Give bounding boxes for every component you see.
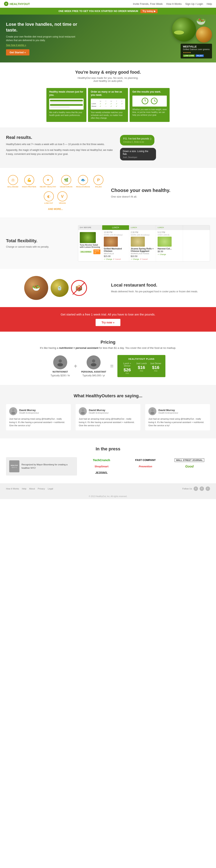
promo-text: ONE WEEK FREE TO GET YOU KICK STARTED! N…: [58, 10, 138, 12]
footer-link-help[interactable]: Help: [22, 488, 26, 490]
rate-it-button[interactable]: RATE IT: [93, 249, 100, 254]
logo[interactable]: H HEALTHYOUT: [4, 2, 30, 6]
testimonial-1-header: David Murray Health Entrepreneur: [9, 407, 68, 415]
try-now-button[interactable]: Try now »: [96, 319, 120, 326]
hero-get-started-button[interactable]: Get Started »: [6, 49, 29, 56]
testimonial-3-header: David Murray Health Entrepreneur: [148, 407, 207, 415]
svg-line-4: [154, 99, 155, 101]
flex-headline: Total flexibility.: [6, 238, 72, 243]
testimonial-card-1: David Murray Health Entrepreneur Just ha…: [6, 404, 71, 430]
testimonial-1-avatar: [9, 407, 17, 415]
plan-3-per: /mo: [150, 370, 162, 372]
testimonial-1-name: David Murray: [19, 409, 39, 412]
nav-link-signup[interactable]: Sign Up / Login: [185, 2, 203, 5]
testimonial-1-role: Health Entrepreneur: [19, 412, 39, 414]
hero-see-link[interactable]: See how it works »: [6, 44, 78, 46]
balanced-icon: ⚖: [8, 175, 18, 185]
footer-link-privacy[interactable]: Privacy: [38, 488, 45, 490]
svg-line-5: [154, 101, 156, 101]
lr-headline: Local restaurant food.: [111, 283, 210, 288]
choose-icon-balanced: ⚖ BALANCED: [8, 175, 19, 188]
testimonial-3-info: David Murray Health Entrepreneur: [158, 409, 178, 414]
pricing-subtitle: It's like having a nutritionist + person…: [6, 346, 210, 349]
testimonial-grid: David Murray Health Entrepreneur Just ha…: [6, 404, 210, 430]
check: ✓: [103, 102, 108, 105]
change-button[interactable]: ✓ Change: [131, 258, 139, 260]
nav-link-help[interactable]: Help: [207, 2, 212, 5]
paleo-label: PALEO: [95, 186, 102, 188]
footer-link-how[interactable]: How It Works: [6, 488, 19, 490]
person-icon-2: [89, 359, 98, 366]
col1-price: $15.00: [104, 255, 127, 257]
food-garnish: [174, 31, 184, 34]
testimonial-3-avatar: [148, 407, 156, 415]
follow-label: Follow Us: [182, 488, 192, 490]
nutritionist-amount: Typically $200 / hr: [51, 374, 70, 377]
intro-headline: You're busy & enjoy good food.: [4, 70, 212, 75]
vegan-icon: V: [57, 191, 68, 202]
nav-link-how[interactable]: How It Works: [166, 2, 182, 5]
heart-label: HEART HEALTHY: [40, 186, 56, 188]
col1-meal-name: Grilled Marinated Chicken: [104, 247, 127, 252]
col3-price: $9.99: [158, 250, 181, 253]
svg-point-11: [11, 412, 15, 414]
heart-icon: ♥: [43, 175, 53, 185]
feature-box-3: Get the results you want. Whether you wa…: [130, 88, 170, 122]
footer-link-legal[interactable]: Legal: [48, 488, 53, 490]
avatar-icon: [80, 408, 86, 414]
nav-link-invite[interactable]: Invite Friends, Free Week: [133, 2, 163, 5]
pricing-subtitle-part2: for less than $1 a day. You cover the co…: [99, 346, 176, 349]
jezebel-logo: JEZEBEL: [95, 471, 108, 474]
tag-lowcarb: LOW CARB: [183, 55, 195, 57]
assistant-icon: [87, 355, 101, 369]
svg-point-12: [82, 409, 84, 411]
check: ✓: [98, 105, 103, 107]
choose-icon-protein: 💪 HIGH PROTEIN: [22, 175, 36, 188]
twitter-icon[interactable]: t: [194, 487, 198, 491]
day-w: W: [109, 100, 114, 102]
choose-icon-heart: ♥ HEART HEALTHY: [40, 175, 56, 188]
food-leaf-icon: 🥗: [196, 17, 206, 26]
facebook-icon[interactable]: f: [199, 487, 204, 491]
change-button[interactable]: ✓ Change: [104, 258, 112, 260]
feature-box-1: Healthy meals chosen just for you. We cr…: [46, 88, 86, 122]
svg-point-8: [92, 360, 95, 363]
col1-location: WORK (265 Broadway): [104, 234, 127, 236]
feature-1-title: Healthy meals chosen just for you.: [49, 90, 84, 97]
food-bowl-icon-2: 🍵: [51, 279, 69, 297]
clock-icon-2: [151, 97, 158, 104]
pescatarian-icon: 🐟: [78, 175, 88, 185]
nav-links: Invite Friends, Free Week How It Works S…: [133, 2, 212, 5]
svg-point-15: [151, 412, 154, 414]
results-left: Real results. HealthyOuters who eat 7+ m…: [6, 135, 114, 160]
check: ✓: [109, 102, 114, 105]
meal-label: Dinner: [91, 105, 98, 107]
assistant-label: PERSONAL ASSISTANT: [81, 371, 106, 373]
pricing-subtitle-bold: nutritionist + personal assistant: [59, 346, 99, 349]
lunch-header-3: LUNCH: [156, 225, 183, 230]
cancel-button[interactable]: ✗ Cancel: [113, 258, 121, 260]
meal-label: Lunch: [91, 103, 98, 104]
change-button[interactable]: ✓ Change: [158, 253, 166, 255]
tag-paleo: PALEO: [196, 55, 204, 57]
col1-actions: ✓ Change ✗ Cancel: [104, 258, 127, 260]
check-empty: —: [119, 105, 125, 107]
nutritionist-figure: NUTRITIONIST Typically $200 / hr: [51, 355, 70, 377]
testimonials-section: What HealthyOuters are saying... David M…: [0, 385, 216, 438]
fastcompany-logo: FAST COMPANY: [135, 459, 156, 462]
cancel-button[interactable]: ✗ Cancel: [140, 258, 148, 260]
col3-time: 5:12 PM: [158, 231, 181, 234]
meal-col-3: 5:12 PM OHMY (265 B) Harvest Col... $9.9…: [156, 230, 183, 261]
instagram-icon[interactable]: i: [206, 487, 210, 491]
testimonial-3-name: David Murray: [158, 409, 178, 412]
paleo-icon: P: [93, 175, 103, 185]
intro-section: You're busy & enjoy good food. HealthyOu…: [0, 62, 216, 88]
food-plate-2: [196, 27, 212, 42]
main-nav: H HEALTHYOUT Invite Friends, Free Week H…: [0, 0, 216, 8]
footer-link-about[interactable]: About: [29, 488, 35, 490]
testimonial-1-text: P.S. I've lost five pounds :): [123, 137, 151, 140]
no-package-icon: 📦: [71, 280, 87, 296]
promo-cta-button[interactable]: Try today ▶: [140, 9, 158, 13]
plans-box: HEALTHYOUT PLANS Lunch + Dinner $26 /mo …: [117, 355, 165, 377]
footer-links: How It Works Help About Privacy Legal: [6, 488, 53, 490]
